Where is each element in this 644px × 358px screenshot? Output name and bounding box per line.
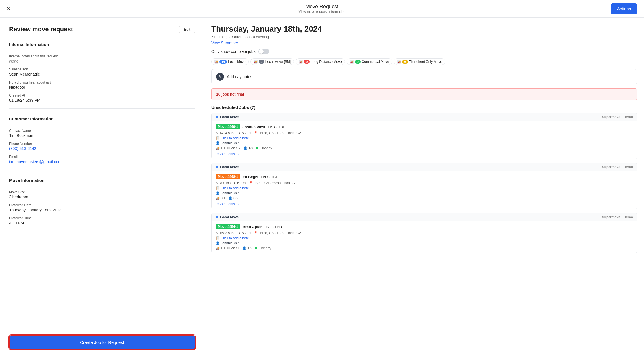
comments-link[interactable]: 0 Comments [216, 152, 239, 156]
filter-pill-long-distance[interactable]: 🚚 0 Long Distance Move [296, 58, 345, 65]
job-card-0[interactable]: Local Move Supermove - Demo Move 4449-1 … [211, 113, 637, 159]
internal-section-title: Internal Information [9, 42, 195, 47]
move-time: TBD - TBD [260, 175, 278, 179]
job-meta: 🚚 1/1 Truck #1 👤 1/3 Johnny [216, 246, 633, 250]
move-section-title: Move Information [9, 178, 195, 183]
header-center: Move Request View move request informati… [299, 4, 346, 14]
pref-time-label: Preferred Time [9, 216, 195, 220]
click-note[interactable]: 📋 Click to add a note [216, 136, 633, 140]
created-label: Created At [9, 93, 195, 97]
location-pin: 📍 [249, 181, 253, 185]
phone-label: Phone Number [9, 142, 195, 146]
edit-button[interactable]: Edit [179, 26, 195, 33]
complete-jobs-toggle[interactable] [258, 49, 269, 54]
job-card-2[interactable]: Local Move Supermove - Demo Move 4454-1 … [211, 213, 637, 253]
internal-notes-label: Internal notes about this request [9, 54, 195, 58]
move-name: Brett Apter [242, 225, 262, 229]
email-label: Email [9, 155, 195, 159]
filter-pill-local-move-sm[interactable]: 🚚 0 Local Move [SM] [250, 58, 294, 65]
truck-info: 🚚 1/1 Truck # 7 [216, 146, 241, 150]
crew-info: 👤 1/3 [243, 146, 253, 150]
customer-section-title: Customer Information [9, 116, 195, 121]
job-card-body: Move 4454-1 Brett Apter TBD - TBD ⚖ 1683… [212, 221, 637, 253]
job-details: ⚖ 1424.5 lbs ▲ 6.7 mi 📍 Brea, CA - Yorba… [216, 131, 633, 135]
job-type-label: Local Move [220, 215, 239, 219]
alert-banner: 10 jobs not final [211, 88, 637, 100]
complete-jobs-label: Only show complete jobs [211, 49, 256, 54]
crew-info: 👤 0/3 [228, 196, 238, 200]
add-day-notes[interactable]: ✎ Add day notes [211, 69, 637, 84]
created-value: 01/18/24 5:39 PM [9, 98, 195, 103]
toggle-knob [259, 49, 264, 54]
filter-pill-commercial[interactable]: 🚚 0 Commercial Move [347, 58, 392, 65]
job-type-filters: 🚚 14 Local Move 🚚 0 Local Move [SM] 🚚 0 … [211, 58, 637, 65]
day-header: Thursday, January 18th, 2024 [211, 24, 637, 34]
company-label: Supermove - Demo [602, 165, 633, 169]
close-button[interactable]: × [7, 5, 11, 13]
type-dot [216, 116, 218, 118]
filter-pill-local-move[interactable]: 🚚 14 Local Move [211, 58, 249, 65]
job-person: 👤 Johnny Shin [216, 191, 633, 195]
job-type: Local Move [216, 165, 239, 169]
distance: ▲ 6.7 mi [238, 231, 251, 235]
move-time: TBD - TBD [267, 125, 285, 129]
crew-dot [256, 147, 258, 149]
move-badge: Move 4449-1 [216, 124, 240, 129]
job-card-header: Local Move Supermove - Demo [212, 113, 637, 121]
filter-pill-timesheet[interactable]: 🚚 0 Timesheet Only Move [394, 58, 445, 65]
create-job-button[interactable]: Create Job for Request [9, 335, 195, 349]
header: × Move Request View move request informa… [0, 0, 644, 18]
job-card-body: Move 4448-1 Eli Begis TBD - TBD ⚖ 700 lb… [212, 171, 637, 209]
location-pin: 📍 [254, 131, 258, 135]
contact-name-value: Tim Beckman [9, 133, 195, 138]
salesperson-label: Salesperson [9, 67, 195, 71]
move-name: Eli Begis [242, 175, 258, 179]
job-person: 👤 Johnny Shin [216, 241, 633, 245]
hear-label: How did you hear about us? [9, 80, 195, 84]
internal-notes-value: None [9, 59, 195, 63]
add-day-notes-label: Add day notes [227, 74, 252, 79]
job-meta: 🚚 0/1 👤 0/3 [216, 196, 633, 200]
right-panel: Thursday, January 18th, 2024 7 morning -… [204, 18, 644, 357]
notes-icon: ✎ [216, 73, 224, 81]
header-title: Move Request [299, 4, 346, 10]
click-note[interactable]: 📋 Click to add a note [216, 186, 633, 190]
type-dot [216, 166, 218, 168]
jobs-list: Local Move Supermove - Demo Move 4449-1 … [211, 113, 637, 253]
click-note[interactable]: 📋 Click to add a note [216, 236, 633, 240]
job-type-label: Local Move [220, 165, 239, 169]
move-badge: Move 4454-1 [216, 224, 240, 229]
distance: ▲ 6.7 mi [233, 181, 246, 185]
job-card-body: Move 4449-1 Joshua West TBD - TBD ⚖ 1424… [212, 121, 637, 159]
weight: ⚖ 1683.5 lbs [216, 231, 235, 235]
job-details: ⚖ 700 lbs ▲ 6.7 mi 📍 Brea, CA - Yorba Li… [216, 181, 633, 185]
main-layout: Review move request Edit Internal Inform… [0, 18, 644, 357]
left-panel: Review move request Edit Internal Inform… [0, 18, 204, 357]
job-card-header: Local Move Supermove - Demo [212, 213, 637, 221]
move-name: Joshua West [242, 125, 265, 129]
company-label: Supermove - Demo [602, 215, 633, 219]
location: Brea, CA - Yorba Linda, CA [260, 131, 301, 135]
weight: ⚖ 1424.5 lbs [216, 131, 235, 135]
pref-time-value: 4:30 PM [9, 221, 195, 225]
move-size-label: Move Size [9, 190, 195, 194]
arrow-icon [236, 202, 239, 206]
move-size-value: 2 bedroom [9, 195, 195, 199]
complete-jobs-row: Only show complete jobs [211, 49, 637, 54]
actions-button[interactable]: Actions [611, 3, 637, 14]
location-pin: 📍 [254, 231, 258, 235]
company-label: Supermove - Demo [602, 115, 633, 119]
phone-value[interactable]: (303) 513-6142 [9, 146, 195, 151]
job-row: Move 4448-1 Eli Begis TBD - TBD [216, 174, 633, 179]
view-summary-link[interactable]: View Summary [211, 41, 238, 45]
job-meta: 🚚 1/1 Truck # 7 👤 1/3 Johnny [216, 146, 633, 150]
email-value[interactable]: tim.movemasters@gmail.com [9, 159, 195, 164]
comments-link[interactable]: 0 Comments [216, 202, 239, 206]
pref-date-value: Thursday, January 18th, 2024 [9, 208, 195, 212]
crew-info: 👤 1/3 [242, 246, 252, 250]
move-badge: Move 4448-1 [216, 174, 240, 179]
job-card-1[interactable]: Local Move Supermove - Demo Move 4448-1 … [211, 163, 637, 209]
truck-info: 🚚 1/1 Truck #1 [216, 246, 239, 250]
hear-value: Nextdoor [9, 85, 195, 90]
crew-dot [255, 247, 257, 249]
